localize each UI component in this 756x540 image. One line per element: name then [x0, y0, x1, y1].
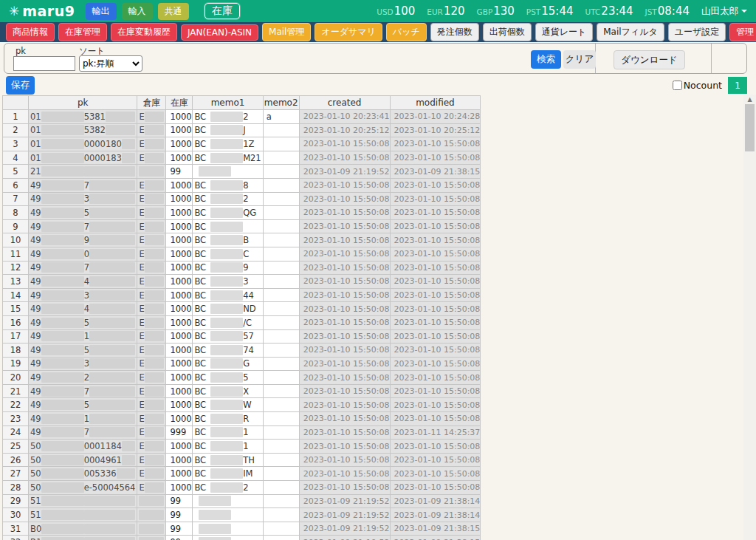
nav-item[interactable]: 商品情報 [6, 23, 55, 41]
stock-cell[interactable]: 1000 [166, 247, 193, 261]
memo2-cell[interactable]: a [263, 110, 299, 124]
stock-cell[interactable]: 1000 [166, 315, 193, 329]
stock-cell[interactable]: 1000 [166, 453, 193, 467]
memo1-cell[interactable]: BCND [193, 302, 263, 316]
memo1-cell[interactable]: BCR [193, 412, 263, 426]
memo1-cell[interactable]: BCM21 [193, 151, 263, 165]
user-menu[interactable]: 山田太郎 [701, 5, 747, 18]
stock-cell[interactable]: 1000 [166, 371, 193, 385]
memo2-cell[interactable] [263, 453, 299, 467]
stock-cell[interactable]: 1000 [166, 178, 193, 192]
stock-cell[interactable]: 1000 [166, 412, 193, 426]
memo2-cell[interactable] [263, 206, 299, 220]
memo1-cell[interactable]: BC1 [193, 425, 263, 440]
memo1-cell[interactable]: BC2 [193, 110, 263, 124]
topbar-button[interactable]: 輸出 [86, 3, 117, 20]
memo2-cell[interactable] [263, 233, 299, 247]
memo2-cell[interactable] [263, 522, 299, 536]
stock-cell[interactable]: 1000 [166, 219, 193, 233]
stock-cell[interactable]: 1000 [166, 192, 193, 206]
stock-cell[interactable]: 1000 [166, 440, 193, 454]
memo1-cell[interactable]: BC2 [193, 481, 263, 495]
memo2-cell[interactable] [263, 508, 299, 522]
stock-cell[interactable]: 1000 [166, 233, 193, 247]
save-button[interactable]: 保存 [6, 76, 35, 95]
memo2-cell[interactable] [263, 137, 299, 151]
scrollbar-thumb[interactable] [745, 104, 755, 151]
nav-item[interactable]: 管理 [729, 23, 756, 41]
clear-button[interactable]: クリア [563, 50, 596, 69]
stock-cell[interactable]: 1000 [166, 206, 193, 220]
topbar-button[interactable]: 共通 [158, 3, 189, 20]
memo2-cell[interactable] [263, 178, 299, 192]
memo1-cell[interactable]: BC74 [193, 344, 263, 358]
memo2-cell[interactable] [263, 123, 299, 137]
stock-cell[interactable]: 99 [166, 522, 193, 536]
topbar-button[interactable]: 輸入 [122, 3, 153, 20]
nav-item[interactable]: ユーザ設定 [668, 23, 726, 41]
memo2-cell[interactable] [263, 302, 299, 316]
vertical-scrollbar[interactable]: ▲ [743, 95, 756, 540]
memo1-cell[interactable]: BCIM [193, 467, 263, 481]
app-logo[interactable]: ✳ maru9 [9, 3, 75, 19]
memo2-cell[interactable] [263, 165, 299, 179]
stock-cell[interactable]: 1000 [166, 261, 193, 275]
memo2-cell[interactable] [263, 275, 299, 289]
memo1-cell[interactable]: BC2 [193, 192, 263, 206]
search-button[interactable]: 検索 [531, 50, 561, 69]
nav-item[interactable]: JAN(EAN)-ASIN [181, 24, 258, 41]
memo1-cell[interactable]: BC1Z [193, 137, 263, 151]
memo1-cell[interactable]: BCTH [193, 453, 263, 467]
stock-cell[interactable]: 1000 [166, 467, 193, 481]
memo2-cell[interactable] [263, 329, 299, 344]
memo2-cell[interactable] [263, 288, 299, 302]
nav-item[interactable]: 通貨レート [535, 23, 594, 41]
stock-cell[interactable]: 1000 [166, 302, 193, 316]
nav-item[interactable]: 発注個数 [430, 23, 479, 41]
memo2-cell[interactable] [263, 440, 299, 454]
memo2-cell[interactable] [263, 357, 299, 371]
memo1-cell[interactable]: BCJ [193, 123, 263, 137]
stock-cell[interactable]: 99 [166, 536, 193, 540]
memo1-cell[interactable]: BCC [193, 247, 263, 261]
memo2-cell[interactable] [263, 481, 299, 495]
memo2-cell[interactable] [263, 467, 299, 481]
memo1-cell[interactable]: BCQG [193, 206, 263, 220]
stock-cell[interactable]: 99 [166, 165, 193, 179]
memo1-cell[interactable]: BC57 [193, 329, 263, 344]
memo1-cell[interactable]: BC3 [193, 275, 263, 289]
stock-cell[interactable]: 1000 [166, 123, 193, 137]
memo2-cell[interactable] [263, 344, 299, 358]
sort-select[interactable]: pk:昇順 [79, 55, 142, 72]
memo2-cell[interactable] [263, 151, 299, 165]
nav-item[interactable]: 在庫変動履歴 [111, 23, 177, 41]
memo2-cell[interactable] [263, 425, 299, 440]
nav-item[interactable]: Mail管理 [262, 23, 311, 41]
memo1-cell[interactable] [193, 508, 263, 522]
memo2-cell[interactable] [263, 494, 299, 508]
memo1-cell[interactable] [193, 536, 263, 540]
memo2-cell[interactable] [263, 219, 299, 233]
stock-cell[interactable]: 1000 [166, 344, 193, 358]
memo1-cell[interactable]: BC44 [193, 288, 263, 302]
stock-cell[interactable]: 1000 [166, 288, 193, 302]
memo2-cell[interactable] [263, 412, 299, 426]
nav-item[interactable]: Mailフィルタ [597, 23, 664, 41]
memo2-cell[interactable] [263, 384, 299, 398]
memo2-cell[interactable] [263, 261, 299, 275]
stock-cell[interactable]: 1000 [166, 329, 193, 344]
nav-item[interactable]: 在庫管理 [58, 23, 107, 41]
stock-cell[interactable]: 1000 [166, 384, 193, 398]
stock-cell[interactable]: 1000 [166, 481, 193, 495]
stock-cell[interactable]: 1000 [166, 357, 193, 371]
memo2-cell[interactable] [263, 398, 299, 412]
memo1-cell[interactable]: BCB [193, 233, 263, 247]
download-button[interactable]: ダウンロード [614, 50, 685, 69]
memo1-cell[interactable]: BCX [193, 384, 263, 398]
memo1-cell[interactable]: BC [193, 219, 263, 233]
memo1-cell[interactable]: BC9 [193, 261, 263, 275]
memo1-cell[interactable]: BC1 [193, 440, 263, 454]
memo2-cell[interactable] [263, 371, 299, 385]
nav-item[interactable]: オーダサマリ [315, 23, 382, 41]
stock-cell[interactable]: 1000 [166, 275, 193, 289]
